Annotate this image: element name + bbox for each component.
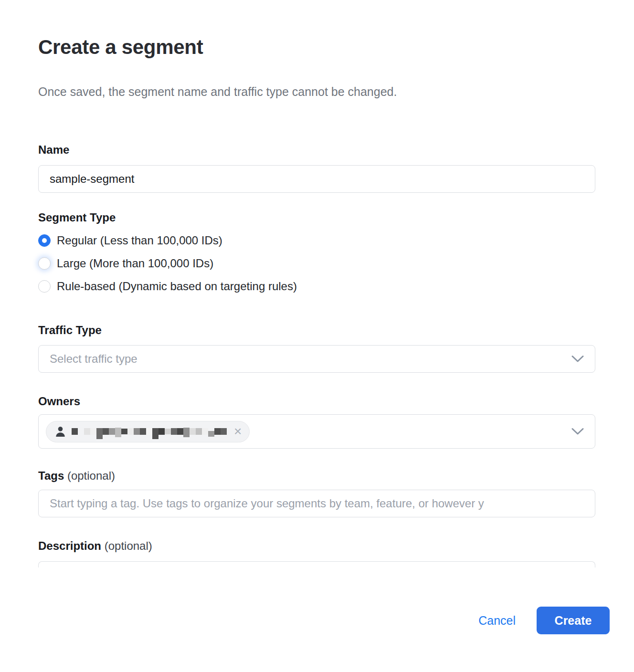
create-segment-dialog: Create a segment Once saved, the segment… [0, 35, 634, 634]
create-button[interactable]: Create [537, 607, 610, 634]
chevron-down-icon [571, 355, 584, 363]
radio-regular[interactable] [38, 234, 51, 247]
owner-name-redacted [72, 424, 227, 439]
tags-optional-suffix: (optional) [67, 469, 115, 482]
tags-label: Tags (optional) [38, 469, 595, 483]
radio-regular-label: Regular (Less than 100,000 IDs) [57, 232, 222, 249]
chevron-down-icon [571, 428, 584, 435]
owners-select[interactable]: × [38, 414, 595, 449]
page-title: Create a segment [38, 35, 595, 59]
radio-rule-based[interactable] [38, 280, 51, 293]
name-label: Name [38, 143, 595, 157]
radio-rule-based-label: Rule-based (Dynamic based on targeting r… [57, 278, 297, 294]
description-textarea[interactable] [38, 561, 595, 567]
name-input[interactable] [38, 165, 595, 193]
page-subtitle: Once saved, the segment name and traffic… [38, 84, 595, 99]
segment-type-option-large[interactable]: Large (More than 100,000 IDs) [38, 255, 595, 272]
description-label: Description (optional) [38, 539, 595, 553]
radio-large[interactable] [38, 257, 51, 270]
traffic-type-select[interactable]: Select traffic type [38, 345, 595, 373]
radio-large-label: Large (More than 100,000 IDs) [57, 255, 213, 272]
traffic-type-placeholder: Select traffic type [50, 352, 137, 366]
cancel-button[interactable]: Cancel [478, 614, 516, 628]
description-optional-suffix: (optional) [105, 539, 152, 552]
traffic-type-label: Traffic Type [38, 323, 595, 337]
dialog-footer: Cancel Create [38, 607, 610, 634]
owners-label: Owners [38, 394, 595, 409]
owner-chip: × [46, 421, 250, 442]
segment-type-option-regular[interactable]: Regular (Less than 100,000 IDs) [38, 232, 595, 249]
close-icon[interactable]: × [234, 425, 242, 438]
tags-input[interactable] [38, 490, 595, 517]
person-icon [55, 426, 65, 437]
segment-type-option-rule-based[interactable]: Rule-based (Dynamic based on targeting r… [38, 278, 595, 294]
segment-type-label: Segment Type [38, 210, 595, 225]
